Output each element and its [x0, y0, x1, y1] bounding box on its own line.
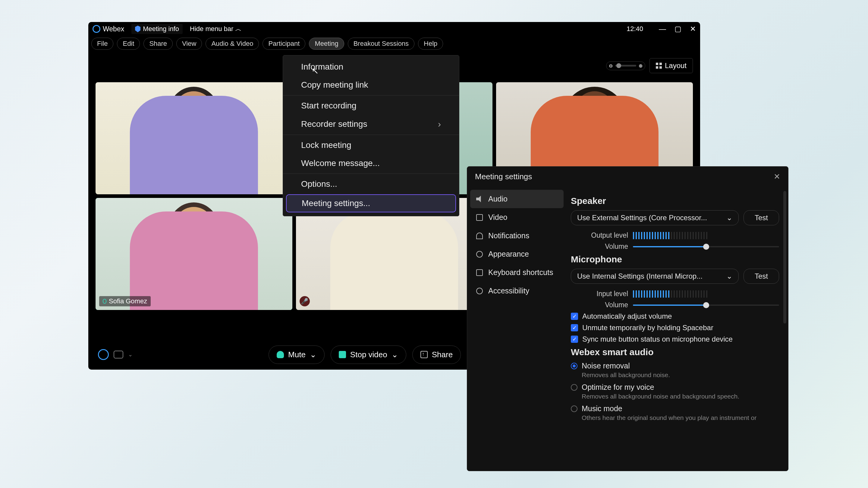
speaker-test-button[interactable]: Test	[744, 210, 779, 225]
settings-nav-notifications[interactable]: Notifications	[470, 227, 564, 245]
app-name: Webex	[103, 25, 124, 33]
chevron-down-icon[interactable]: ⌄	[128, 351, 133, 358]
settings-nav: AudioVideoNotificationsAppearanceKeyboar…	[467, 187, 567, 471]
settings-nav-label: Appearance	[488, 250, 529, 258]
menu-item-information[interactable]: Information	[283, 58, 459, 76]
view-controls: ⊖ ⊕ Layout	[606, 58, 693, 73]
menu-file[interactable]: File	[91, 38, 113, 50]
settings-nav-audio[interactable]: Audio	[470, 190, 564, 208]
profile-button[interactable]	[98, 349, 109, 360]
speaker-heading: Speaker	[571, 196, 779, 206]
app-logo: Webex	[93, 25, 124, 33]
menu-edit[interactable]: Edit	[117, 38, 140, 50]
microphone-heading: Microphone	[571, 254, 779, 264]
maximize-button[interactable]: ▢	[675, 25, 681, 33]
menu-item-recorder-settings[interactable]: Recorder settings	[283, 115, 459, 133]
menu-item-lock-meeting[interactable]: Lock meeting	[283, 136, 459, 154]
share-button[interactable]: Share	[412, 346, 461, 364]
share-icon	[421, 351, 428, 358]
stop-video-label: Stop video	[350, 350, 387, 359]
menu-meeting[interactable]: Meeting	[309, 38, 344, 50]
clock: 12:40	[627, 25, 643, 33]
radio-description: Removes all background noise.	[582, 371, 779, 379]
checkbox-icon: ✓	[571, 313, 578, 320]
mute-button[interactable]: Mute ⌄	[269, 346, 324, 364]
menu-item-start-recording[interactable]: Start recording	[283, 97, 459, 115]
menu-item-welcome-message[interactable]: Welcome message...	[283, 154, 459, 172]
checkbox-row[interactable]: ✓Sync mute button status on microphone d…	[571, 335, 779, 344]
menu-participant[interactable]: Participant	[262, 38, 305, 50]
checkbox-label: Unmute temporarily by holding Spacebar	[582, 324, 713, 332]
chevron-down-icon: ⌄	[726, 214, 733, 222]
settings-nav-label: Accessibility	[488, 287, 529, 295]
zoom-out-icon[interactable]: ⊖	[609, 63, 613, 69]
settings-nav-accessibility[interactable]: Accessibility	[470, 282, 564, 300]
menu-item-copy-meeting-link[interactable]: Copy meeting link	[283, 76, 459, 94]
menu-share[interactable]: Share	[144, 38, 173, 50]
settings-nav-label: Video	[488, 213, 507, 222]
acc-icon	[476, 288, 483, 294]
radio-noise-removal[interactable]: Noise removal	[571, 361, 779, 370]
radio-label: Music mode	[582, 404, 622, 413]
settings-nav-label: Keyboard shortcuts	[488, 268, 553, 277]
kb-icon	[476, 269, 483, 276]
stop-video-button[interactable]: Stop video ⌄	[331, 346, 406, 364]
input-level-label: Input level	[571, 290, 628, 298]
settings-content: Speaker Use External Settings (Core Proc…	[567, 187, 788, 471]
speaker-device-value: Use External Settings (Core Processor...	[577, 214, 707, 222]
close-button[interactable]: ✕	[690, 25, 696, 33]
layout-button[interactable]: Layout	[650, 58, 693, 73]
menu-view[interactable]: View	[176, 38, 202, 50]
checkbox-icon: ✓	[571, 324, 578, 331]
output-level-label: Output level	[571, 231, 628, 239]
minimize-button[interactable]: —	[659, 25, 666, 33]
radio-optimize-for-my-voice[interactable]: Optimize for my voice	[571, 383, 779, 392]
checkbox-row[interactable]: ✓Unmute temporarily by holding Spacebar	[571, 324, 779, 332]
radio-label: Optimize for my voice	[582, 383, 654, 392]
radio-music-mode[interactable]: Music mode	[571, 404, 779, 413]
scrollbar[interactable]	[783, 191, 786, 324]
zoom-in-icon[interactable]: ⊕	[639, 63, 643, 69]
video-tile-self[interactable]: Sofia Gomez	[96, 198, 292, 310]
settings-nav-keyboard-shortcuts[interactable]: Keyboard shortcuts	[470, 263, 564, 282]
chevron-down-icon: ⌄	[726, 272, 733, 281]
menu-audio-video[interactable]: Audio & Video	[206, 38, 259, 50]
chevron-down-icon[interactable]: ⌄	[392, 350, 398, 359]
shield-icon	[135, 26, 141, 32]
mic-volume-slider[interactable]	[633, 304, 779, 306]
mic-test-button[interactable]: Test	[744, 269, 779, 284]
share-label: Share	[432, 350, 453, 359]
speaker-output-meter	[633, 232, 779, 239]
radio-description: Removes all background noise and backgro…	[582, 393, 779, 400]
zoom-control[interactable]: ⊖ ⊕	[606, 61, 645, 70]
participant-name: Sofia Gomez	[109, 297, 147, 305]
zoom-slider[interactable]	[615, 65, 636, 67]
menu-item-meeting-settings[interactable]: Meeting settings...	[286, 194, 456, 213]
speaker-device-select[interactable]: Use External Settings (Core Processor...…	[571, 210, 739, 225]
mic-volume-label: Volume	[571, 301, 628, 309]
chat-button[interactable]	[114, 351, 123, 358]
menu-item-options[interactable]: Options...	[283, 175, 459, 193]
speaker-icon	[476, 196, 483, 202]
speaker-volume-slider[interactable]	[633, 246, 779, 247]
mute-label: Mute	[288, 350, 306, 359]
settings-nav-video[interactable]: Video	[470, 208, 564, 227]
meeting-settings-dialog: Meeting settings ✕ AudioVideoNotificatio…	[467, 166, 788, 471]
chevron-down-icon[interactable]: ⌄	[310, 350, 316, 359]
menubar: FileEditShareViewAudio & VideoParticipan…	[88, 36, 700, 52]
hide-menu-bar-button[interactable]: Hide menu bar ︿	[190, 24, 242, 33]
video-tile[interactable]	[96, 82, 292, 194]
meeting-info-button[interactable]: Meeting info	[131, 24, 183, 34]
meeting-info-label: Meeting info	[143, 25, 179, 33]
titlebar: Webex Meeting info Hide menu bar ︿ 12:40…	[88, 22, 700, 36]
settings-close-button[interactable]: ✕	[774, 172, 780, 181]
menu-help[interactable]: Help	[418, 38, 443, 50]
camera-icon	[339, 351, 346, 358]
checkbox-row[interactable]: ✓Automatically adjust volume	[571, 312, 779, 321]
menu-breakout-sessions[interactable]: Breakout Sessions	[348, 38, 414, 50]
radio-icon	[571, 384, 578, 391]
layout-label: Layout	[665, 61, 687, 70]
mic-device-select[interactable]: Use Internal Settings (Internal Microp..…	[571, 269, 739, 284]
settings-nav-appearance[interactable]: Appearance	[470, 245, 564, 263]
grid-icon	[656, 63, 662, 69]
